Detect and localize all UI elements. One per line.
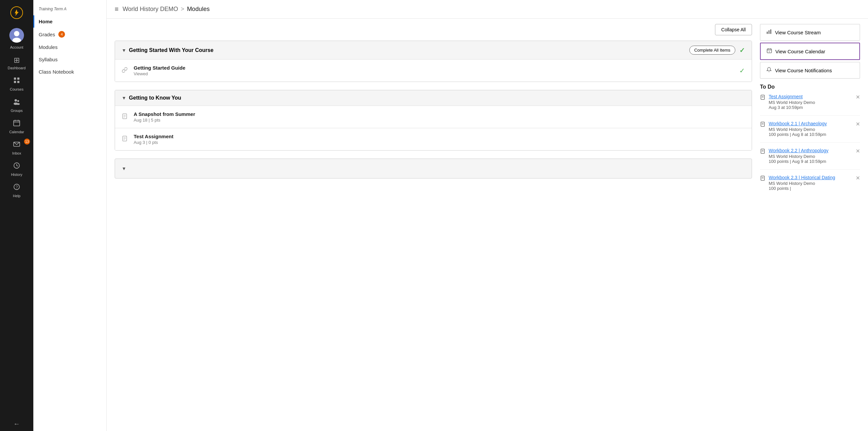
todo-item-course: MS World History Demo — [769, 100, 852, 105]
sidebar-item-grades[interactable]: Grades 4 — [33, 28, 106, 41]
complete-all-button[interactable]: Complete All Items — [689, 46, 735, 55]
todo-item-course-4: MS World History Demo — [769, 181, 852, 186]
todo-dismiss-button-3[interactable]: ✕ — [856, 148, 860, 154]
nav-inbox-label: Inbox — [12, 151, 21, 155]
module-checkmark: ✓ — [739, 46, 745, 54]
dashboard-icon: ⊞ — [14, 56, 20, 65]
nav-calendar-label: Calendar — [9, 130, 24, 134]
content-area: Collapse All ▼ Getting Started With Your… — [107, 19, 868, 209]
sidebar-item-syllabus[interactable]: Syllabus — [33, 53, 106, 66]
main-content: ≡ World History DEMO > Modules Collapse … — [107, 0, 868, 431]
course-sidebar: Training Term A Home Grades 4 Modules Sy… — [33, 0, 107, 431]
svg-rect-13 — [14, 121, 20, 126]
module-item-sub-test: Aug 3 | 0 pts — [134, 140, 745, 145]
module-collapse-icon-2[interactable]: ▼ — [122, 95, 126, 101]
todo-dismiss-button-4[interactable]: ✕ — [856, 175, 860, 181]
nav-item-history[interactable]: History — [0, 159, 33, 180]
module-item-sub-snapshot: Aug 18 | 5 pts — [134, 118, 745, 123]
module-collapse-icon-3[interactable]: ▼ — [122, 166, 126, 171]
svg-text:9: 9 — [769, 51, 770, 53]
sidebar-item-home[interactable]: Home — [33, 15, 106, 28]
todo-item-detail-4: 100 points | — [769, 186, 852, 191]
module-item-title-test[interactable]: Test Assignment — [134, 134, 745, 139]
todo-item-workbook-22: Workbook 2.2 | Anthropology MS World His… — [760, 148, 860, 169]
nav-item-calendar[interactable]: Calendar — [0, 116, 33, 137]
module-title-2: Getting to Know You — [129, 95, 181, 101]
avatar — [9, 28, 24, 43]
svg-rect-8 — [17, 81, 19, 83]
notifications-button-label: View Course Notifications — [775, 68, 832, 73]
module-header-left-2: ▼ Getting to Know You — [122, 95, 181, 101]
todo-item-detail-2: 100 points | Aug 8 at 10:59pm — [769, 132, 852, 137]
hamburger-menu[interactable]: ≡ — [115, 5, 119, 13]
todo-item-detail: Aug 3 at 10:59pm — [769, 105, 852, 110]
todo-item-link[interactable]: Test Assignment — [769, 94, 852, 99]
svg-text:?: ? — [16, 185, 18, 190]
view-course-stream-button[interactable]: View Course Stream — [760, 24, 860, 41]
todo-item-workbook-21: Workbook 2.1 | Archaeology MS World Hist… — [760, 121, 860, 142]
nav-item-dashboard[interactable]: ⊞ Dashboard — [0, 53, 33, 73]
todo-item-body-4: Workbook 2.3 | Historical Dating MS Worl… — [769, 175, 852, 191]
view-course-calendar-button[interactable]: 9 View Course Calendar — [760, 43, 860, 60]
left-navigation: Account ⊞ Dashboard Courses Groups — [0, 0, 33, 431]
todo-item-link-3[interactable]: Workbook 2.2 | Anthropology — [769, 148, 852, 153]
svg-rect-30 — [769, 30, 770, 34]
svg-rect-29 — [767, 32, 768, 34]
module-collapse-icon[interactable]: ▼ — [122, 47, 126, 53]
stream-icon — [766, 29, 772, 36]
inbox-badge: 13 — [24, 138, 30, 144]
module-header-left: ▼ Getting Started With Your Course — [122, 47, 213, 53]
todo-item-link-2[interactable]: Workbook 2.1 | Archaeology — [769, 121, 852, 126]
module-item-body-snapshot: A Snapshot from Summer Aug 18 | 5 pts — [134, 111, 745, 123]
assignment-icon-2 — [122, 136, 129, 143]
calendar-icon — [13, 119, 20, 129]
module-header-getting-started: ▼ Getting Started With Your Course Compl… — [115, 41, 752, 59]
nav-collapse-button[interactable]: ← — [0, 417, 33, 431]
svg-point-9 — [15, 99, 17, 102]
todo-assignment-icon-3 — [760, 148, 765, 155]
todo-dismiss-button[interactable]: ✕ — [856, 94, 860, 100]
breadcrumb-separator: > — [181, 6, 184, 13]
nav-history-label: History — [11, 172, 22, 176]
breadcrumb-course[interactable]: World History DEMO — [123, 6, 178, 13]
todo-item-body-2: Workbook 2.1 | Archaeology MS World Hist… — [769, 121, 852, 137]
courses-icon — [13, 77, 20, 86]
nav-item-courses[interactable]: Courses — [0, 73, 33, 95]
svg-point-12 — [17, 103, 20, 105]
todo-item-body: Test Assignment MS World History Demo Au… — [769, 94, 852, 110]
link-icon — [122, 67, 129, 75]
app-logo[interactable] — [7, 3, 26, 22]
nav-item-account[interactable]: Account — [0, 25, 33, 53]
todo-assignment-icon — [760, 95, 765, 101]
module-header-right: Complete All Items ✓ — [689, 46, 745, 55]
nav-dashboard-label: Dashboard — [8, 66, 26, 70]
sidebar-item-modules[interactable]: Modules — [33, 41, 106, 53]
todo-item-course-3: MS World History Demo — [769, 154, 852, 159]
calendar-button-label: View Course Calendar — [775, 48, 825, 54]
notifications-icon — [766, 67, 772, 74]
nav-item-help[interactable]: ? Help — [0, 180, 33, 201]
todo-assignment-icon-2 — [760, 122, 765, 128]
right-panel: View Course Stream 9 View Course Calenda… — [760, 19, 860, 201]
svg-rect-31 — [770, 29, 771, 34]
modules-header: Collapse All — [115, 19, 752, 41]
module-title: Getting Started With Your Course — [129, 47, 214, 53]
module-item-title-snapshot[interactable]: A Snapshot from Summer — [134, 111, 745, 117]
nav-item-inbox[interactable]: 13 Inbox — [0, 137, 33, 159]
view-course-notifications-button[interactable]: View Course Notifications — [760, 62, 860, 78]
module-item-body-test: Test Assignment Aug 3 | 0 pts — [134, 134, 745, 145]
module-item-snapshot: A Snapshot from Summer Aug 18 | 5 pts — [115, 106, 752, 128]
todo-item-link-4[interactable]: Workbook 2.3 | Historical Dating — [769, 175, 852, 180]
todo-dismiss-button-2[interactable]: ✕ — [856, 121, 860, 127]
module-item-subtitle: Viewed — [134, 71, 735, 76]
todo-item-detail-3: 100 points | Aug 9 at 10:59pm — [769, 159, 852, 164]
help-icon: ? — [13, 183, 20, 193]
sidebar-item-class-notebook[interactable]: Class Notebook — [33, 66, 106, 78]
todo-item-workbook-23: Workbook 2.3 | Historical Dating MS Worl… — [760, 175, 860, 196]
todo-title: To Do — [760, 84, 860, 90]
svg-point-10 — [17, 100, 19, 102]
collapse-all-button[interactable]: Collapse All — [715, 24, 752, 35]
module-item-title[interactable]: Getting Started Guide — [134, 65, 735, 71]
nav-item-groups[interactable]: Groups — [0, 95, 33, 116]
grades-badge: 4 — [58, 31, 65, 38]
